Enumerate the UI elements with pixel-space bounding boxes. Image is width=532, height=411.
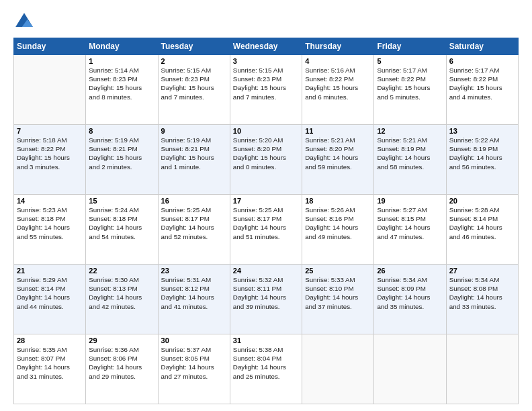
calendar-cell: [302, 334, 374, 404]
calendar-week-row: 21Sunrise: 5:29 AM Sunset: 8:14 PM Dayli…: [14, 265, 519, 334]
calendar-cell: 7Sunrise: 5:18 AM Sunset: 8:22 PM Daylig…: [14, 125, 86, 195]
day-info: Sunrise: 5:27 AM Sunset: 8:15 PM Dayligh…: [377, 205, 443, 241]
calendar-cell: 2Sunrise: 5:15 AM Sunset: 8:23 PM Daylig…: [158, 55, 230, 125]
day-info: Sunrise: 5:34 AM Sunset: 8:09 PM Dayligh…: [377, 275, 443, 311]
day-info: Sunrise: 5:26 AM Sunset: 8:16 PM Dayligh…: [305, 205, 371, 241]
day-info: Sunrise: 5:17 AM Sunset: 8:22 PM Dayligh…: [377, 66, 443, 101]
calendar-cell: 27Sunrise: 5:34 AM Sunset: 8:08 PM Dayli…: [446, 265, 518, 334]
day-info: Sunrise: 5:19 AM Sunset: 8:21 PM Dayligh…: [89, 136, 154, 171]
calendar-cell: 13Sunrise: 5:22 AM Sunset: 8:19 PM Dayli…: [446, 125, 518, 195]
calendar-cell: 9Sunrise: 5:19 AM Sunset: 8:21 PM Daylig…: [158, 125, 230, 195]
day-number: 7: [17, 127, 83, 135]
calendar-cell: 4Sunrise: 5:16 AM Sunset: 8:22 PM Daylig…: [302, 55, 374, 125]
calendar-cell: 26Sunrise: 5:34 AM Sunset: 8:09 PM Dayli…: [374, 265, 446, 334]
calendar-cell: 6Sunrise: 5:17 AM Sunset: 8:22 PM Daylig…: [446, 55, 518, 125]
calendar-cell: 28Sunrise: 5:35 AM Sunset: 8:07 PM Dayli…: [14, 334, 86, 404]
day-info: Sunrise: 5:21 AM Sunset: 8:19 PM Dayligh…: [377, 136, 443, 171]
day-number: 10: [233, 127, 299, 135]
calendar-cell: 24Sunrise: 5:32 AM Sunset: 8:11 PM Dayli…: [230, 265, 302, 334]
day-info: Sunrise: 5:38 AM Sunset: 8:04 PM Dayligh…: [233, 345, 299, 381]
day-info: Sunrise: 5:36 AM Sunset: 8:06 PM Dayligh…: [89, 345, 154, 381]
calendar-cell: 23Sunrise: 5:31 AM Sunset: 8:12 PM Dayli…: [158, 265, 230, 334]
calendar-cell: 15Sunrise: 5:24 AM Sunset: 8:18 PM Dayli…: [86, 195, 158, 265]
calendar-cell: [446, 334, 518, 404]
day-number: 21: [17, 267, 83, 275]
day-info: Sunrise: 5:17 AM Sunset: 8:22 PM Dayligh…: [449, 66, 515, 101]
calendar-cell: 25Sunrise: 5:33 AM Sunset: 8:10 PM Dayli…: [302, 265, 374, 334]
day-number: 27: [449, 267, 515, 275]
day-info: Sunrise: 5:31 AM Sunset: 8:12 PM Dayligh…: [161, 275, 227, 311]
day-number: 2: [161, 57, 227, 65]
day-info: Sunrise: 5:14 AM Sunset: 8:23 PM Dayligh…: [89, 66, 154, 101]
day-of-week-header: Friday: [374, 38, 446, 55]
day-of-week-header: Monday: [86, 38, 158, 55]
calendar-cell: 31Sunrise: 5:38 AM Sunset: 8:04 PM Dayli…: [230, 334, 302, 404]
day-number: 18: [305, 197, 371, 205]
day-number: 30: [161, 336, 227, 345]
calendar-cell: 18Sunrise: 5:26 AM Sunset: 8:16 PM Dayli…: [302, 195, 374, 265]
day-info: Sunrise: 5:24 AM Sunset: 8:18 PM Dayligh…: [89, 205, 154, 241]
day-of-week-header: Sunday: [14, 38, 86, 55]
calendar-cell: 1Sunrise: 5:14 AM Sunset: 8:23 PM Daylig…: [86, 55, 158, 125]
calendar-table: SundayMondayTuesdayWednesdayThursdayFrid…: [13, 38, 519, 404]
day-info: Sunrise: 5:34 AM Sunset: 8:08 PM Dayligh…: [449, 275, 515, 311]
day-of-week-header: Wednesday: [230, 38, 302, 55]
day-number: 12: [377, 127, 443, 135]
calendar-cell: 16Sunrise: 5:25 AM Sunset: 8:17 PM Dayli…: [158, 195, 230, 265]
day-info: Sunrise: 5:18 AM Sunset: 8:22 PM Dayligh…: [17, 136, 83, 171]
calendar-cell: 12Sunrise: 5:21 AM Sunset: 8:19 PM Dayli…: [374, 125, 446, 195]
day-info: Sunrise: 5:35 AM Sunset: 8:07 PM Dayligh…: [17, 345, 83, 381]
day-number: 11: [305, 127, 371, 135]
day-of-week-header: Tuesday: [158, 38, 230, 55]
day-info: Sunrise: 5:21 AM Sunset: 8:20 PM Dayligh…: [305, 136, 371, 171]
day-info: Sunrise: 5:32 AM Sunset: 8:11 PM Dayligh…: [233, 275, 299, 311]
day-number: 4: [305, 57, 371, 65]
calendar-cell: 21Sunrise: 5:29 AM Sunset: 8:14 PM Dayli…: [14, 265, 86, 334]
day-info: Sunrise: 5:19 AM Sunset: 8:21 PM Dayligh…: [161, 136, 227, 171]
day-info: Sunrise: 5:15 AM Sunset: 8:23 PM Dayligh…: [233, 66, 299, 101]
header: [13, 11, 519, 32]
day-number: 28: [17, 336, 83, 345]
calendar-cell: 20Sunrise: 5:28 AM Sunset: 8:14 PM Dayli…: [446, 195, 518, 265]
day-number: 16: [161, 197, 227, 205]
day-number: 13: [449, 127, 515, 135]
day-info: Sunrise: 5:16 AM Sunset: 8:22 PM Dayligh…: [305, 66, 371, 101]
calendar-cell: 10Sunrise: 5:20 AM Sunset: 8:20 PM Dayli…: [230, 125, 302, 195]
day-number: 9: [161, 127, 227, 135]
day-info: Sunrise: 5:25 AM Sunset: 8:17 PM Dayligh…: [233, 205, 299, 241]
day-info: Sunrise: 5:28 AM Sunset: 8:14 PM Dayligh…: [449, 205, 515, 241]
day-number: 14: [17, 197, 83, 205]
day-number: 15: [89, 197, 154, 205]
day-number: 17: [233, 197, 299, 205]
calendar-cell: 8Sunrise: 5:19 AM Sunset: 8:21 PM Daylig…: [86, 125, 158, 195]
calendar-cell: 5Sunrise: 5:17 AM Sunset: 8:22 PM Daylig…: [374, 55, 446, 125]
day-info: Sunrise: 5:30 AM Sunset: 8:13 PM Dayligh…: [89, 275, 154, 311]
day-number: 1: [89, 57, 154, 65]
day-info: Sunrise: 5:37 AM Sunset: 8:05 PM Dayligh…: [161, 345, 227, 381]
day-number: 29: [89, 336, 154, 345]
calendar-cell: 3Sunrise: 5:15 AM Sunset: 8:23 PM Daylig…: [230, 55, 302, 125]
day-number: 8: [89, 127, 154, 135]
day-info: Sunrise: 5:23 AM Sunset: 8:18 PM Dayligh…: [17, 205, 83, 241]
day-number: 24: [233, 267, 299, 275]
calendar-cell: 29Sunrise: 5:36 AM Sunset: 8:06 PM Dayli…: [86, 334, 158, 404]
day-number: 20: [449, 197, 515, 205]
calendar-cell: 19Sunrise: 5:27 AM Sunset: 8:15 PM Dayli…: [374, 195, 446, 265]
day-number: 19: [377, 197, 443, 205]
day-of-week-header: Thursday: [302, 38, 374, 55]
calendar-cell: 30Sunrise: 5:37 AM Sunset: 8:05 PM Dayli…: [158, 334, 230, 404]
calendar-week-row: 14Sunrise: 5:23 AM Sunset: 8:18 PM Dayli…: [14, 195, 519, 265]
calendar-header-row: SundayMondayTuesdayWednesdayThursdayFrid…: [14, 38, 519, 55]
day-number: 26: [377, 267, 443, 275]
calendar-cell: [374, 334, 446, 404]
day-info: Sunrise: 5:22 AM Sunset: 8:19 PM Dayligh…: [449, 136, 515, 171]
day-info: Sunrise: 5:20 AM Sunset: 8:20 PM Dayligh…: [233, 136, 299, 171]
day-info: Sunrise: 5:25 AM Sunset: 8:17 PM Dayligh…: [161, 205, 227, 241]
calendar-cell: 11Sunrise: 5:21 AM Sunset: 8:20 PM Dayli…: [302, 125, 374, 195]
day-of-week-header: Saturday: [446, 38, 518, 55]
calendar-cell: 17Sunrise: 5:25 AM Sunset: 8:17 PM Dayli…: [230, 195, 302, 265]
calendar-cell: [14, 55, 86, 125]
logo-icon: [13, 11, 35, 32]
day-number: 25: [305, 267, 371, 275]
calendar-week-row: 28Sunrise: 5:35 AM Sunset: 8:07 PM Dayli…: [14, 334, 519, 404]
